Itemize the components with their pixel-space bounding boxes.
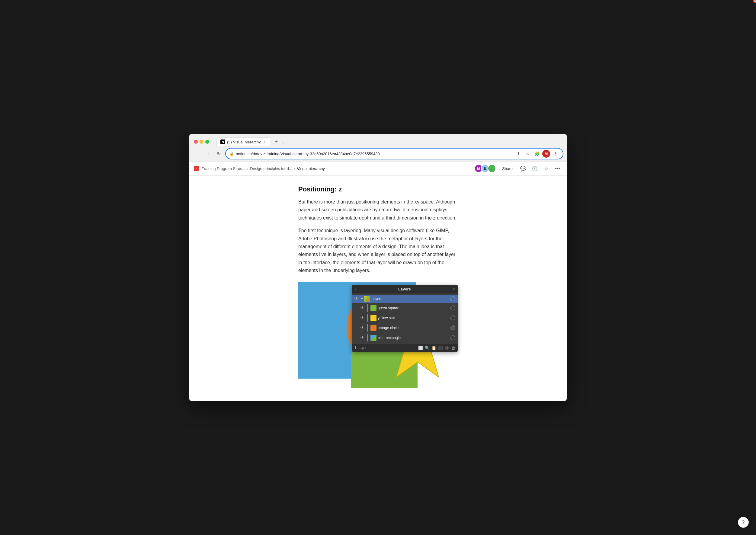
layer-row-green-square[interactable]: 👁 green-square (352, 303, 458, 313)
tabs-chevron[interactable]: ⌄ (282, 139, 285, 144)
title-bar-top: N (5) Visual hierarchy × + ⌄ (194, 137, 562, 146)
maximize-window-button[interactable] (205, 140, 209, 144)
layer-name-3: blue-rectangle (378, 336, 449, 340)
history-button[interactable]: 🕐 (530, 164, 539, 173)
layers-panel: × Layers ≡ 👁 ▾ Layers (352, 285, 458, 352)
content-inner: Positioning: z But there is more than ju… (269, 185, 487, 397)
layer-eye-group[interactable]: 👁 (354, 296, 360, 301)
layer-action-delete[interactable]: 🗑 (451, 346, 455, 350)
layers-panel-body: 👁 ▾ Layers 👁 green-sq (352, 294, 458, 344)
more-options-button[interactable]: ••• (553, 164, 562, 173)
help-button[interactable]: ? (738, 517, 749, 528)
layer-thumb-3 (371, 335, 377, 341)
paragraph-2: The first technique is layering. Many vi… (298, 227, 458, 274)
layer-eye-0[interactable]: 👁 (360, 305, 366, 310)
breadcrumb-current: Visual hierarchy (297, 166, 324, 171)
profile-avatar[interactable]: M (542, 150, 550, 157)
layer-eye-2[interactable]: 👁 (360, 325, 366, 330)
notion-actions: M B Share 💬 🕐 ☆ ••• (474, 164, 562, 173)
refresh-button[interactable]: ↻ (214, 150, 223, 158)
layer-thumb-1 (371, 315, 377, 321)
breadcrumb-part2[interactable]: Design principles for d... (250, 166, 292, 171)
close-window-button[interactable] (194, 140, 198, 144)
layer-action-search[interactable]: 🔍 (425, 346, 430, 350)
illustration-area: × Layers ≡ 👁 ▾ Layers (298, 282, 458, 397)
share-icon[interactable]: ⬆ (515, 150, 522, 157)
layer-vis-1[interactable] (450, 316, 455, 320)
title-bar: N (5) Visual hierarchy × + ⌄ (189, 134, 567, 146)
tab-close-button[interactable]: × (263, 140, 267, 144)
notion-tab-icon: N (220, 139, 225, 144)
layer-name-2: orange-circle (378, 326, 449, 330)
notion-sidebar-button[interactable]: ≡ 5 (194, 166, 199, 171)
layer-group-visibility[interactable] (450, 296, 455, 301)
collaborator-avatars: M B (474, 164, 496, 173)
layer-name-1: yellow-star (378, 316, 449, 320)
layers-panel-titlebar: × Layers ≡ (352, 285, 458, 294)
layer-thumb-2 (371, 325, 377, 331)
favorite-button[interactable]: ☆ (542, 164, 551, 173)
gimp-illustration: × Layers ≡ 👁 ▾ Layers (298, 282, 458, 397)
layer-vis-0[interactable] (450, 305, 455, 310)
minimize-window-button[interactable] (200, 140, 204, 144)
section-heading: Positioning: z (298, 185, 458, 193)
layer-group-name: Layers (371, 297, 449, 301)
notion-menu-label: ≡ (196, 167, 197, 170)
breadcrumb-sep2: / (294, 166, 295, 171)
avatar-g[interactable] (488, 164, 496, 173)
layers-panel-close-button[interactable]: × (354, 287, 356, 291)
active-tab[interactable]: N (5) Visual hierarchy × (216, 137, 271, 146)
bookmark-icon[interactable]: ☆ (524, 150, 531, 157)
browser-menu-icon[interactable]: ⋮ (552, 150, 559, 157)
layer-action-add[interactable]: ➕ (445, 346, 450, 350)
layer-group-chevron[interactable]: ▾ (361, 297, 363, 301)
layer-border-3 (367, 334, 368, 342)
share-button[interactable]: Share (498, 165, 516, 172)
layer-eye-3[interactable]: 👁 (360, 335, 366, 340)
breadcrumb: Training Program Struc... / Design princ… (202, 166, 325, 171)
comment-button[interactable]: 💬 (519, 164, 528, 173)
breadcrumb-sep1: / (247, 166, 248, 171)
layers-footer-icons: ⬜ 🔍 📋 ⬛ ➕ 🗑 (418, 346, 455, 350)
layer-action-export[interactable]: ⬜ (418, 346, 423, 350)
lock-icon: 🔒 (230, 152, 234, 156)
forward-button[interactable]: → (204, 150, 212, 158)
layers-group-row: 👁 ▾ Layers (352, 295, 458, 303)
layer-vis-2[interactable] (450, 325, 455, 330)
layer-border-0 (367, 304, 368, 312)
layer-thumb-0 (371, 305, 377, 311)
layer-eye-1[interactable]: 👁 (360, 316, 366, 320)
address-bar[interactable]: 🔒 notion.so/dataviz-training/Visual-hier… (225, 148, 563, 159)
layers-panel-footer: 1 Layer ⬜ 🔍 📋 ⬛ ➕ 🗑 (352, 344, 458, 352)
layer-row-orange-circle[interactable]: 👁 orange-circle (352, 323, 458, 333)
address-bar-icons: ⬆ ☆ 🧩 M ⋮ (515, 150, 559, 157)
layer-name-0: green-square (378, 306, 449, 310)
layers-panel-title: Layers (398, 287, 411, 291)
layer-action-copy[interactable]: 📋 (432, 346, 436, 350)
layer-border-2 (367, 324, 368, 331)
layers-footer-text: 1 Layer (354, 346, 367, 350)
browser-window: N (5) Visual hierarchy × + ⌄ ← → ↻ 🔒 not… (189, 134, 567, 401)
layer-row-blue-rectangle[interactable]: 👁 blue-rectangle (352, 333, 458, 343)
notion-toolbar: ≡ 5 Training Program Struc... / Design p… (189, 161, 567, 176)
traffic-lights (194, 140, 209, 144)
layer-action-anchor[interactable]: ⬛ (438, 346, 443, 350)
layer-border-1 (367, 314, 368, 322)
tab-label: (5) Visual hierarchy (227, 140, 261, 144)
paragraph-1: But there is more than just positioning … (298, 198, 458, 222)
new-tab-button[interactable]: + (272, 138, 280, 146)
extensions-icon[interactable]: 🧩 (533, 150, 541, 157)
address-text: notion.so/dataviz-training/Visual-hierar… (236, 152, 513, 156)
breadcrumb-part1[interactable]: Training Program Struc... (202, 166, 245, 171)
layer-group-thumb (364, 296, 370, 302)
layer-row-yellow-star[interactable]: 👁 yellow-star (352, 313, 458, 323)
tabs-row: N (5) Visual hierarchy × + ⌄ (216, 137, 285, 146)
layer-vis-3[interactable] (450, 335, 455, 340)
layers-panel-menu-button[interactable]: ≡ (453, 287, 455, 292)
back-button[interactable]: ← (193, 150, 201, 158)
address-bar-row: ← → ↻ 🔒 notion.so/dataviz-training/Visua… (189, 146, 567, 161)
page-content: Positioning: z But there is more than ju… (189, 176, 567, 401)
